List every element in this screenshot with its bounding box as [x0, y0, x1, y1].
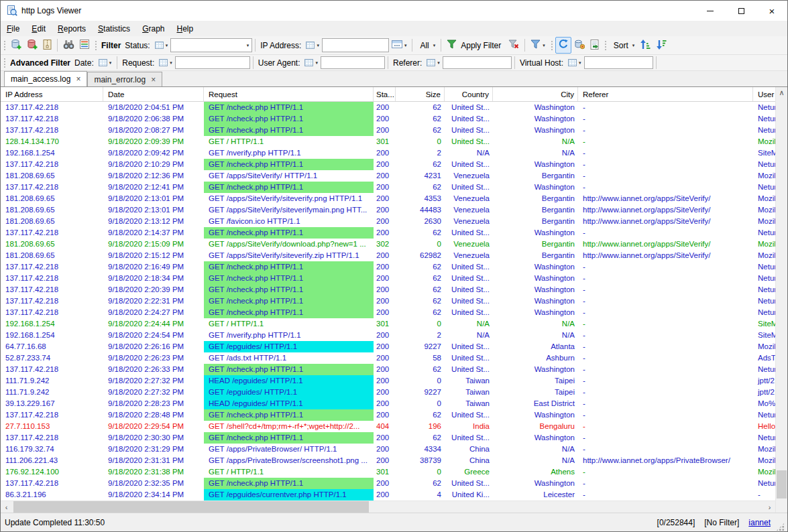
column-header-request[interactable]: Request — [204, 87, 374, 101]
table-row[interactable]: 137.117.42.218 9/18/2020 2:18:34 PM GET … — [1, 273, 775, 284]
table-row[interactable]: 52.87.233.74 9/18/2020 2:26:23 PM GET /a… — [1, 352, 775, 364]
column-header-ip[interactable]: IP Address — [1, 87, 103, 101]
table-row[interactable]: 111.71.9.242 9/18/2020 2:27:32 PM GET /e… — [1, 387, 775, 398]
horizontal-scrollbar-thumb[interactable] — [13, 501, 369, 513]
open-log-button[interactable] — [8, 37, 24, 54]
all-dropdown[interactable]: All▾ — [415, 39, 438, 52]
request-filter-input[interactable] — [175, 56, 250, 69]
scroll-left-icon[interactable]: ‹ — [1, 501, 12, 513]
tab-close-icon[interactable]: × — [76, 75, 80, 83]
resize-grip-icon[interactable] — [776, 523, 785, 531]
user-agent-filter-input[interactable] — [321, 56, 385, 69]
column-header-status[interactable]: Sta... — [374, 87, 396, 101]
menu-reports[interactable]: Reports — [52, 21, 92, 36]
minimize-button[interactable] — [695, 1, 726, 21]
column-header-country[interactable]: Country — [445, 87, 493, 101]
filter-options-dropdown[interactable]: ▾ — [528, 38, 548, 53]
table-row[interactable]: 137.117.42.218 9/18/2020 2:30:30 PM GET … — [1, 432, 775, 444]
table-row[interactable]: 137.117.42.218 9/18/2020 2:16:49 PM GET … — [1, 261, 775, 273]
table-row[interactable]: 128.14.134.170 9/18/2020 2:09:39 PM GET … — [1, 136, 775, 147]
table-row[interactable]: 137.117.42.218 9/18/2020 2:04:51 PM GET … — [1, 102, 775, 113]
toolbar-grip[interactable] — [3, 40, 6, 52]
table-row[interactable]: 64.77.16.68 9/18/2020 2:26:16 PM GET /ep… — [1, 341, 775, 352]
table-row[interactable]: 137.117.42.218 9/18/2020 2:14:37 PM GET … — [1, 227, 775, 239]
table-row[interactable]: 181.208.69.65 9/18/2020 2:13:12 PM GET /… — [1, 216, 775, 227]
iannet-link[interactable]: iannet — [748, 518, 771, 527]
scroll-up-icon[interactable]: ∧ — [776, 87, 787, 98]
export-button[interactable] — [587, 38, 602, 54]
column-header-user-agent[interactable]: User A... — [753, 87, 775, 101]
table-row[interactable]: 137.117.42.218 9/18/2020 2:28:48 PM GET … — [1, 409, 775, 421]
input-mode-button[interactable]: ▾ — [389, 38, 410, 52]
column-header-size[interactable]: Size — [396, 87, 445, 101]
menu-file[interactable]: File — [1, 21, 25, 36]
menu-graph[interactable]: Graph — [136, 21, 170, 36]
table-row[interactable]: 192.168.1.254 9/18/2020 2:24:44 PM GET /… — [1, 318, 775, 330]
table-row[interactable]: 181.208.69.65 9/18/2020 2:13:01 PM GET /… — [1, 193, 775, 204]
vertical-scrollbar-thumb[interactable] — [777, 470, 787, 498]
table-row[interactable]: 137.117.42.218 9/18/2020 2:22:31 PM GET … — [1, 295, 775, 307]
tab-close-icon[interactable]: × — [151, 76, 156, 84]
table-row[interactable]: 86.3.21.196 9/18/2020 2:34:14 PM GET /ep… — [1, 489, 775, 501]
toolbar-grip[interactable] — [550, 40, 553, 52]
menu-edit[interactable]: Edit — [25, 21, 52, 36]
referer-filter-input[interactable] — [443, 56, 512, 69]
sort-ascending-button[interactable] — [637, 38, 653, 54]
table-row[interactable]: 137.117.42.218 9/18/2020 2:08:27 PM GET … — [1, 125, 775, 136]
remove-filter-button[interactable] — [506, 38, 522, 53]
table-row[interactable]: 111.206.221.43 9/18/2020 2:31:31 PM GET … — [1, 455, 775, 466]
status-filter-input[interactable] — [171, 41, 243, 50]
search-button[interactable] — [60, 38, 77, 54]
toolbar-grip[interactable] — [604, 40, 607, 52]
table-row[interactable]: 137.117.42.218 9/18/2020 2:20:39 PM GET … — [1, 284, 775, 295]
column-header-referer[interactable]: Referer — [578, 87, 753, 101]
menu-help[interactable]: Help — [171, 21, 200, 36]
table-row[interactable]: 111.71.9.242 9/18/2020 2:27:32 PM HEAD /… — [1, 375, 775, 387]
status-filter-combo[interactable]: ▾ — [170, 38, 252, 52]
toolbar-grip[interactable] — [94, 40, 97, 52]
table-row[interactable]: 137.117.42.218 9/18/2020 2:26:33 PM GET … — [1, 364, 775, 375]
virtual-host-field-picker[interactable]: ▾ — [565, 57, 584, 68]
table-row[interactable]: 137.117.42.218 9/18/2020 2:12:41 PM GET … — [1, 182, 775, 193]
open-remote-log-button[interactable] — [24, 37, 40, 54]
horizontal-scrollbar[interactable]: ‹ › — [1, 501, 775, 513]
menu-statistics[interactable]: Statistics — [92, 21, 136, 36]
toolbar-grip[interactable] — [3, 57, 6, 69]
close-button[interactable]: × — [756, 1, 787, 21]
apply-filter-button[interactable]: Apply Filter — [444, 38, 506, 53]
table-row[interactable]: 137.117.42.218 9/18/2020 2:10:29 PM GET … — [1, 159, 775, 170]
scrollbar-track[interactable] — [369, 501, 764, 513]
user-agent-field-picker[interactable]: ▾ — [302, 57, 321, 68]
table-row[interactable]: 137.117.42.218 9/18/2020 2:32:35 PM GET … — [1, 478, 775, 489]
table-row[interactable]: 27.7.110.153 9/18/2020 2:29:54 PM GET /s… — [1, 421, 775, 432]
maximize-button[interactable] — [726, 1, 756, 21]
table-row[interactable]: 176.92.124.100 9/18/2020 2:31:38 PM GET … — [1, 466, 775, 478]
request-field-picker[interactable]: ▾ — [156, 57, 175, 68]
table-row[interactable]: 39.13.229.167 9/18/2020 2:28:23 PM HEAD … — [1, 398, 775, 409]
referer-field-picker[interactable]: ▾ — [424, 57, 443, 68]
table-row[interactable]: 181.208.69.65 9/18/2020 2:15:09 PM GET /… — [1, 239, 775, 250]
auto-update-button[interactable] — [571, 37, 587, 54]
table-row[interactable]: 137.117.42.218 9/18/2020 2:24:27 PM GET … — [1, 307, 775, 318]
table-row[interactable]: 181.208.69.65 9/18/2020 2:13:01 PM GET /… — [1, 204, 775, 216]
date-field-picker[interactable]: ▾ — [96, 57, 115, 68]
reports-button[interactable] — [77, 38, 92, 53]
open-zipped-log-button[interactable] — [40, 38, 54, 54]
column-header-date[interactable]: Date — [103, 87, 204, 101]
sort-descending-button[interactable] — [653, 38, 669, 54]
virtual-host-filter-input[interactable] — [584, 56, 653, 69]
tab-main-error-log[interactable]: main_error.log × — [87, 72, 162, 86]
ip-filter-input[interactable] — [322, 38, 389, 52]
scrollbar-track[interactable] — [776, 98, 787, 489]
refresh-button[interactable] — [555, 37, 571, 54]
table-row[interactable]: 116.179.32.74 9/18/2020 2:31:29 PM GET /… — [1, 444, 775, 455]
table-row[interactable]: 137.117.42.218 9/18/2020 2:06:38 PM GET … — [1, 113, 775, 125]
vertical-scrollbar[interactable]: ∧ ∨ — [775, 87, 787, 513]
ip-field-picker[interactable]: ▾ — [303, 40, 322, 51]
table-row[interactable]: 192.168.1.254 9/18/2020 2:24:54 PM GET /… — [1, 330, 775, 341]
tab-main-access-log[interactable]: main_access.log × — [4, 71, 87, 86]
table-row[interactable]: 181.208.69.65 9/18/2020 2:12:36 PM GET /… — [1, 170, 775, 182]
column-header-city[interactable]: City — [493, 87, 578, 101]
scroll-right-icon[interactable]: › — [764, 501, 775, 513]
table-row[interactable]: 181.208.69.65 9/18/2020 2:15:12 PM GET /… — [1, 250, 775, 261]
